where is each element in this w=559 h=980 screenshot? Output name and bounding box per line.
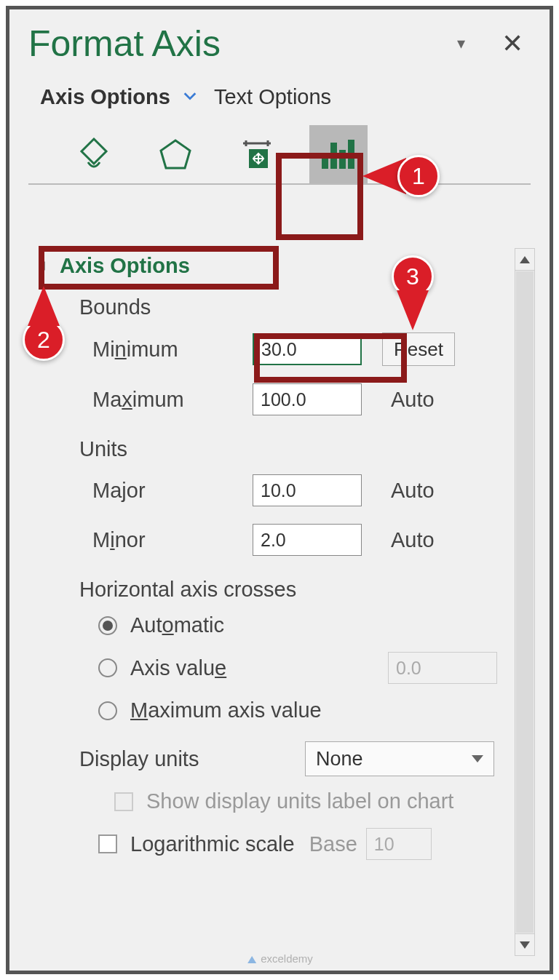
display-units-row: Display units None (27, 730, 512, 781)
minimum-label: Minimum (92, 338, 253, 362)
hcross-group-label: Horizontal axis crosses (27, 565, 512, 606)
radio-automatic[interactable]: Automatic (27, 606, 512, 645)
log-scale-row[interactable]: Logarithmic scale Base (27, 819, 512, 866)
chevron-down-icon (182, 85, 198, 109)
scrollbar[interactable] (515, 248, 535, 956)
pane-header: Format Axis ▾ ✕ (9, 9, 550, 65)
checkbox-icon (98, 834, 117, 853)
pane-menu-caret[interactable]: ▾ (457, 34, 465, 53)
close-icon[interactable]: ✕ (501, 28, 523, 59)
pane-title: Format Axis (28, 23, 457, 65)
svg-marker-0 (161, 140, 190, 168)
radio-max-axis-value[interactable]: Maximum axis value (27, 691, 512, 730)
chevron-down-icon (472, 755, 483, 762)
units-group-label: Units (27, 424, 512, 466)
watermark: exceldemy (246, 952, 313, 965)
radio-icon (98, 616, 117, 635)
major-input[interactable] (253, 474, 362, 506)
format-axis-pane: Format Axis ▾ ✕ Axis Options Text Option… (6, 6, 553, 974)
radio-icon (98, 701, 117, 720)
fill-line-icon[interactable] (65, 125, 123, 183)
log-base-input[interactable] (366, 828, 432, 860)
annotation-box-2 (39, 246, 279, 290)
maximum-auto-label: Auto (391, 388, 435, 412)
arrow-down-icon (520, 941, 530, 949)
annotation-box-1 (276, 153, 363, 240)
axis-value-input[interactable] (388, 652, 497, 684)
units-major-row: Major Auto (27, 466, 512, 515)
display-units-label: Display units (79, 747, 305, 771)
scroll-thumb[interactable] (516, 271, 534, 933)
scroll-down-button[interactable] (515, 933, 534, 955)
tab-axis-options[interactable]: Axis Options (40, 85, 198, 109)
checkbox-icon (114, 792, 133, 811)
arrow-up-icon (520, 256, 530, 263)
tab-text-options[interactable]: Text Options (214, 85, 331, 109)
maximum-input[interactable] (253, 383, 362, 415)
annotation-box-3 (254, 333, 407, 383)
units-minor-row: Minor Auto (27, 515, 512, 565)
minor-input[interactable] (253, 524, 362, 556)
effects-icon[interactable] (146, 125, 205, 183)
scroll-up-button[interactable] (515, 249, 534, 271)
major-auto-label: Auto (391, 479, 435, 503)
show-display-units-row[interactable]: Show display units label on chart (27, 781, 512, 819)
minor-auto-label: Auto (391, 528, 435, 552)
radio-axis-value[interactable]: Axis value (27, 645, 512, 691)
display-units-select[interactable]: None (305, 741, 494, 776)
radio-icon (98, 658, 117, 677)
base-label: Base (309, 832, 357, 856)
major-label: Major (92, 479, 253, 503)
maximum-label: Maximum (92, 388, 253, 412)
tabs-row: Axis Options Text Options (9, 65, 550, 109)
minor-label: Minor (92, 528, 253, 552)
